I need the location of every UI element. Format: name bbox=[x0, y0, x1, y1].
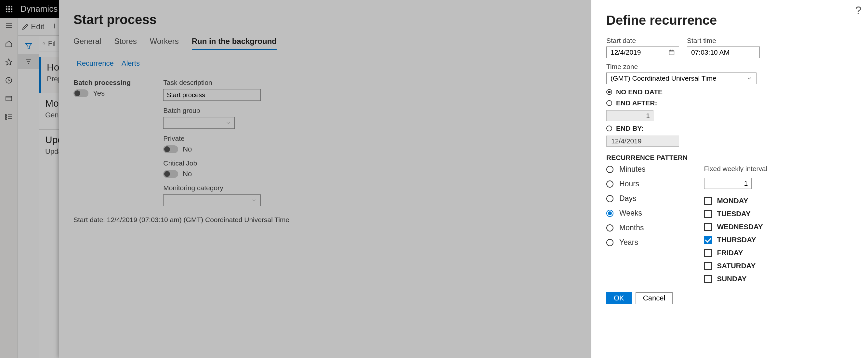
timezone-label: Time zone bbox=[606, 63, 853, 70]
unit-hours-option[interactable]: Hours bbox=[606, 179, 646, 188]
radio-icon bbox=[606, 180, 614, 188]
checkbox-icon bbox=[704, 262, 712, 270]
unit-minutes-option[interactable]: Minutes bbox=[606, 165, 646, 174]
day-friday[interactable]: FRIDAY bbox=[704, 249, 768, 257]
unit-days-label: Days bbox=[619, 194, 636, 203]
day-sunday[interactable]: SUNDAY bbox=[704, 275, 768, 283]
radio-icon bbox=[606, 225, 614, 232]
unit-years-option[interactable]: Years bbox=[606, 238, 646, 247]
radio-icon bbox=[606, 239, 614, 246]
start-date-value: 12/4/2019 bbox=[611, 49, 641, 56]
end-by-value: 12/4/2019 bbox=[611, 137, 642, 145]
start-time-value: 07:03:10 AM bbox=[691, 49, 730, 56]
timezone-value: (GMT) Coordinated Universal Time bbox=[611, 74, 716, 82]
radio-icon bbox=[606, 89, 612, 95]
unit-hours-label: Hours bbox=[619, 179, 639, 188]
unit-months-label: Months bbox=[619, 223, 644, 232]
checkbox-icon bbox=[704, 197, 712, 205]
recurrence-title: Define recurrence bbox=[606, 13, 853, 28]
checkbox-icon bbox=[704, 210, 712, 218]
unit-weeks-label: Weeks bbox=[619, 209, 642, 217]
day-sunday-label: SUNDAY bbox=[717, 275, 747, 283]
end-by-label: END BY: bbox=[616, 124, 644, 132]
checkbox-icon bbox=[704, 275, 712, 283]
unit-weeks-option[interactable]: Weeks bbox=[606, 209, 646, 217]
checkbox-icon bbox=[704, 249, 712, 257]
no-end-date-label: NO END DATE bbox=[616, 88, 662, 96]
checkbox-icon bbox=[704, 236, 712, 244]
timezone-select[interactable]: (GMT) Coordinated Universal Time bbox=[606, 72, 756, 84]
modal-overlay bbox=[0, 0, 591, 358]
radio-icon bbox=[606, 100, 612, 106]
start-date-label: Start date bbox=[606, 37, 679, 44]
unit-years-label: Years bbox=[619, 238, 638, 247]
unit-days-option[interactable]: Days bbox=[606, 194, 646, 203]
day-thursday-label: THURSDAY bbox=[717, 236, 756, 244]
end-by-input[interactable]: 12/4/2019 bbox=[606, 136, 679, 147]
day-saturday-label: SATURDAY bbox=[717, 262, 756, 270]
recurrence-pattern-heading: RECURRENCE PATTERN bbox=[606, 154, 853, 161]
day-friday-label: FRIDAY bbox=[717, 249, 743, 257]
help-icon[interactable]: ? bbox=[855, 4, 862, 17]
radio-icon bbox=[606, 195, 614, 202]
fixed-interval-label: Fixed weekly interval bbox=[704, 165, 768, 173]
radio-icon bbox=[606, 125, 612, 131]
chevron-down-icon bbox=[746, 76, 752, 81]
no-end-date-option[interactable]: NO END DATE bbox=[606, 88, 853, 96]
radio-icon bbox=[606, 210, 614, 217]
calendar-icon bbox=[669, 49, 675, 56]
fixed-interval-input[interactable] bbox=[704, 178, 752, 189]
cancel-button[interactable]: Cancel bbox=[636, 292, 673, 304]
day-tuesday-label: TUESDAY bbox=[717, 210, 751, 218]
start-date-input[interactable]: 12/4/2019 bbox=[606, 47, 679, 58]
start-time-label: Start time bbox=[687, 37, 760, 44]
recurrence-panel: ? Define recurrence Start date 12/4/2019… bbox=[591, 0, 868, 358]
radio-icon bbox=[606, 166, 614, 173]
unit-minutes-label: Minutes bbox=[619, 165, 646, 174]
end-after-input[interactable] bbox=[606, 110, 653, 121]
day-wednesday-label: WEDNESDAY bbox=[717, 223, 763, 231]
svg-rect-30 bbox=[670, 51, 674, 55]
day-wednesday[interactable]: WEDNESDAY bbox=[704, 223, 768, 231]
end-after-option[interactable]: END AFTER: bbox=[606, 99, 853, 107]
end-after-label: END AFTER: bbox=[616, 99, 657, 107]
day-thursday[interactable]: THURSDAY bbox=[704, 236, 768, 244]
day-tuesday[interactable]: TUESDAY bbox=[704, 210, 768, 218]
end-by-option[interactable]: END BY: bbox=[606, 124, 853, 132]
day-monday-label: MONDAY bbox=[717, 197, 748, 205]
day-saturday[interactable]: SATURDAY bbox=[704, 262, 768, 270]
ok-button[interactable]: OK bbox=[606, 292, 632, 304]
unit-months-option[interactable]: Months bbox=[606, 223, 646, 232]
checkbox-icon bbox=[704, 223, 712, 231]
start-time-input[interactable]: 07:03:10 AM bbox=[687, 47, 760, 58]
day-monday[interactable]: MONDAY bbox=[704, 197, 768, 205]
